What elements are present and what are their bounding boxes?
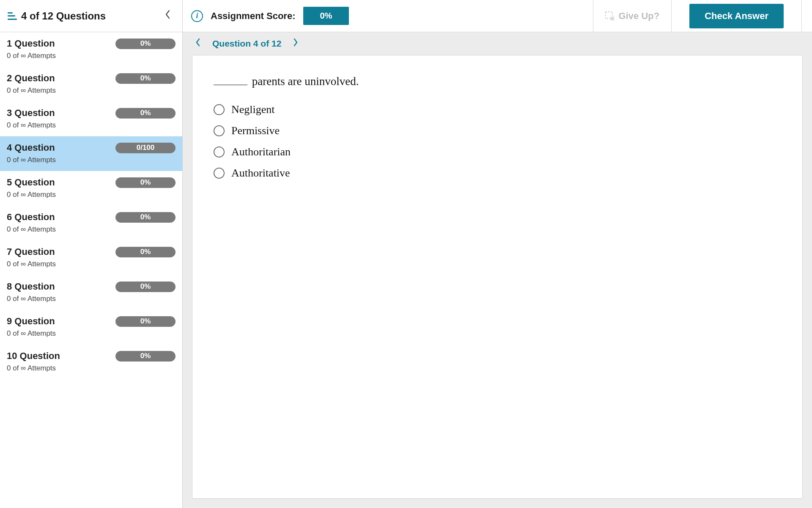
- question-list-item[interactable]: 3 Question 0% 0 of ∞ Attempts: [0, 102, 182, 136]
- question-attempts: 0 of ∞ Attempts: [7, 121, 176, 130]
- answer-option[interactable]: Authoritarian: [214, 146, 781, 158]
- sidebar-title: 4 of 12 Questions: [21, 10, 106, 22]
- option-label: Permissive: [231, 124, 280, 137]
- question-list-item[interactable]: 9 Question 0% 0 of ∞ Attempts: [0, 310, 182, 345]
- prompt-text: parents are uninvolved.: [249, 75, 359, 88]
- question-item-title: 2 Question: [7, 73, 55, 84]
- question-score-pill: 0%: [115, 247, 176, 257]
- sidebar-header-left: 4 of 12 Questions: [8, 10, 106, 22]
- question-attempts: 0 of ∞ Attempts: [7, 156, 176, 164]
- question-score-pill: 0%: [115, 73, 176, 84]
- answer-option[interactable]: Authoritative: [214, 167, 781, 179]
- question-attempts: 0 of ∞ Attempts: [7, 86, 176, 95]
- question-prompt: parents are uninvolved.: [214, 75, 781, 88]
- question-list-item[interactable]: 1 Question 0% 0 of ∞ Attempts: [0, 32, 182, 67]
- question-list-item[interactable]: 6 Question 0% 0 of ∞ Attempts: [0, 206, 182, 240]
- assignment-score-value: 0%: [303, 7, 349, 25]
- list-icon[interactable]: [8, 12, 17, 20]
- question-item-top: 5 Question 0%: [7, 177, 176, 188]
- question-list-item[interactable]: 2 Question 0% 0 of ∞ Attempts: [0, 67, 182, 102]
- question-list[interactable]: 1 Question 0% 0 of ∞ Attempts 2 Question…: [0, 32, 182, 508]
- question-item-top: 3 Question 0%: [7, 108, 176, 119]
- question-score-pill: 0%: [115, 351, 176, 362]
- radio-icon[interactable]: [214, 125, 225, 136]
- check-answer-button[interactable]: Check Answer: [689, 4, 784, 28]
- question-list-item[interactable]: 4 Question 0/100 0 of ∞ Attempts: [0, 136, 182, 171]
- question-attempts: 0 of ∞ Attempts: [7, 364, 176, 373]
- question-item-top: 10 Question 0%: [7, 351, 176, 362]
- question-attempts: 0 of ∞ Attempts: [7, 225, 176, 234]
- radio-icon[interactable]: [214, 146, 225, 157]
- radio-icon[interactable]: [214, 104, 225, 115]
- fill-in-blank: [214, 85, 247, 85]
- prev-question-button[interactable]: [192, 36, 204, 51]
- option-label: Authoritarian: [231, 146, 291, 158]
- question-item-title: 3 Question: [7, 108, 55, 119]
- question-attempts: 0 of ∞ Attempts: [7, 52, 176, 60]
- question-card: parents are uninvolved. Negligent Permis…: [192, 55, 803, 499]
- question-item-title: 7 Question: [7, 246, 55, 257]
- chevron-left-icon: [165, 9, 170, 19]
- question-list-item[interactable]: 10 Question 0% 0 of ∞ Attempts: [0, 345, 182, 379]
- question-score-pill: 0%: [115, 316, 176, 327]
- question-item-top: 1 Question 0%: [7, 38, 176, 49]
- question-item-top: 4 Question 0/100: [7, 142, 176, 153]
- option-label: Negligent: [231, 103, 275, 116]
- breadcrumb-text: Question 4 of 12: [212, 39, 281, 49]
- question-attempts: 0 of ∞ Attempts: [7, 190, 176, 199]
- question-item-title: 1 Question: [7, 38, 55, 49]
- chevron-left-icon: [195, 38, 200, 47]
- answer-options: Negligent Permissive Authoritarian Autho…: [214, 103, 781, 179]
- next-question-button[interactable]: [290, 36, 302, 51]
- question-item-title: 6 Question: [7, 212, 55, 223]
- question-item-title: 4 Question: [7, 142, 55, 153]
- question-score-pill: 0%: [115, 39, 176, 49]
- question-attempts: 0 of ∞ Attempts: [7, 329, 176, 338]
- question-attempts: 0 of ∞ Attempts: [7, 295, 176, 303]
- sidebar-header: 4 of 12 Questions: [0, 0, 182, 32]
- question-item-title: 9 Question: [7, 316, 55, 327]
- question-item-title: 8 Question: [7, 281, 55, 292]
- question-item-top: 7 Question 0%: [7, 246, 176, 257]
- question-item-title: 5 Question: [7, 177, 55, 188]
- question-item-top: 8 Question 0%: [7, 281, 176, 292]
- option-label: Authoritative: [231, 167, 290, 179]
- give-up-icon: [605, 11, 614, 21]
- chevron-right-icon: [293, 38, 298, 47]
- question-item-top: 2 Question 0%: [7, 73, 176, 84]
- question-list-item[interactable]: 7 Question 0% 0 of ∞ Attempts: [0, 240, 182, 275]
- collapse-sidebar-button[interactable]: [160, 8, 175, 24]
- sidebar: 4 of 12 Questions 1 Question 0% 0 of ∞ A…: [0, 0, 183, 508]
- topbar: i Assignment Score: 0% Give Up? Check An…: [183, 0, 812, 32]
- question-list-item[interactable]: 8 Question 0% 0 of ∞ Attempts: [0, 275, 182, 310]
- question-score-pill: 0%: [115, 108, 176, 119]
- breadcrumb: Question 4 of 12: [183, 32, 812, 55]
- main-panel: i Assignment Score: 0% Give Up? Check An…: [183, 0, 812, 508]
- answer-option[interactable]: Negligent: [214, 103, 781, 116]
- divider: [801, 0, 802, 32]
- question-score-pill: 0%: [115, 212, 176, 223]
- give-up-label: Give Up?: [619, 11, 660, 22]
- question-item-title: 10 Question: [7, 351, 60, 362]
- give-up-button: Give Up?: [593, 0, 672, 32]
- question-item-top: 9 Question 0%: [7, 316, 176, 327]
- radio-icon[interactable]: [214, 168, 225, 179]
- question-score-pill: 0%: [115, 177, 176, 188]
- answer-option[interactable]: Permissive: [214, 124, 781, 137]
- question-item-top: 6 Question 0%: [7, 212, 176, 223]
- question-list-item[interactable]: 5 Question 0% 0 of ∞ Attempts: [0, 171, 182, 206]
- question-score-pill: 0/100: [115, 143, 176, 153]
- question-attempts: 0 of ∞ Attempts: [7, 260, 176, 268]
- question-score-pill: 0%: [115, 282, 176, 292]
- assignment-score-label: Assignment Score:: [211, 11, 296, 22]
- info-icon[interactable]: i: [191, 10, 203, 22]
